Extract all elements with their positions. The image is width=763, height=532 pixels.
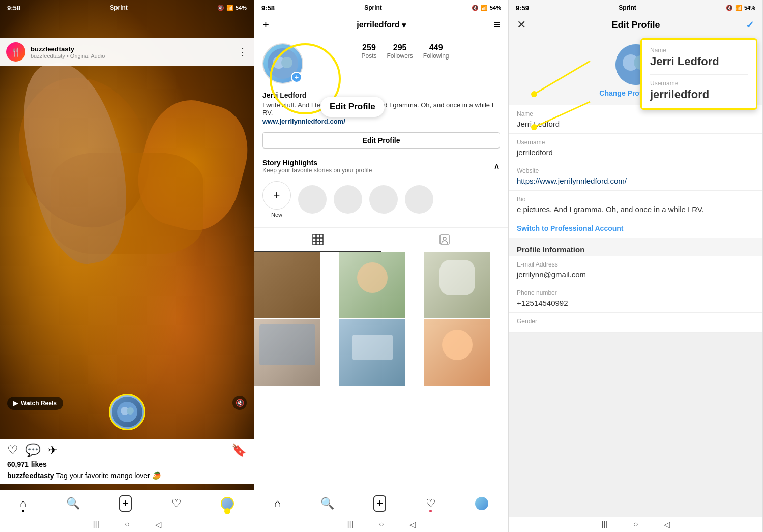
mute-icon-p3: 🔇 <box>726 5 733 11</box>
nav-search[interactable]: 🔍 <box>66 497 80 510</box>
highlight-circle-1[interactable] <box>298 185 327 214</box>
p2-nav-profile[interactable] <box>475 497 488 510</box>
svg-point-19 <box>443 237 446 240</box>
nav-heart[interactable]: ♡ <box>171 497 182 510</box>
sys-back[interactable]: ||| <box>93 520 99 529</box>
sys-recents[interactable]: ◁ <box>155 520 161 529</box>
phone-value[interactable]: +12514540992 <box>517 299 754 307</box>
highlight-circle-4[interactable] <box>405 185 433 214</box>
bookmark-button[interactable]: 🔖 <box>231 443 247 457</box>
phone-field[interactable]: Phone number +12514540992 <box>509 284 762 313</box>
bio-field[interactable]: Bio e pictures. And I gramma. Oh, and on… <box>509 191 762 219</box>
profile-website[interactable]: www.jerrilynnledford.com/ <box>254 117 508 130</box>
highlight-circle-2[interactable] <box>334 185 362 214</box>
grid-tab-tagged[interactable] <box>382 228 509 252</box>
stat-following[interactable]: 449 Following <box>423 43 449 60</box>
p3-sys-home[interactable]: ○ <box>633 520 638 529</box>
save-check-button[interactable]: ✓ <box>746 19 754 31</box>
stat-followers[interactable]: 295 Followers <box>387 43 413 60</box>
profile-avatar-inner <box>112 397 142 427</box>
sys-home[interactable]: ○ <box>125 520 130 529</box>
p2-sys-back[interactable]: ||| <box>347 520 353 529</box>
posts-label: Posts <box>361 52 376 60</box>
website-value[interactable]: https://www.jerrilynnledford.com/ <box>517 176 754 185</box>
like-button[interactable]: ♡ <box>7 443 18 457</box>
profile-top-bar: + jerriledford ▾ ≡ <box>254 14 508 36</box>
carrier-panel2: Sprint <box>364 4 382 11</box>
time-panel1: 9:58 <box>7 4 20 12</box>
annotation-box: Name Jerri Ledford Username jerriledford <box>640 38 757 110</box>
system-nav-panel2: ||| ○ ◁ <box>254 517 508 532</box>
username-value[interactable]: jerriledford <box>517 148 754 157</box>
edit-profile-annotation-label: Edit Profile <box>320 97 385 117</box>
story-avatar: 🍴 <box>6 42 25 62</box>
p2-nav-search[interactable]: 🔍 <box>320 497 334 510</box>
bio-value[interactable]: e pictures. And I gramma. Oh, and once i… <box>517 205 754 214</box>
gender-field[interactable]: Gender <box>509 313 762 333</box>
status-bar-panel2: 9:58 Sprint 🔇 📶 54% <box>254 0 508 14</box>
email-field[interactable]: E-mail Address jerrilynn@gmail.com <box>509 256 762 284</box>
edit-profile-top-bar: ✕ Edit Profile ✓ <box>509 14 762 36</box>
post-caption: buzzfeedtasty Tag your favorite mango lo… <box>7 471 247 480</box>
nav-profile[interactable] <box>221 497 234 510</box>
close-button[interactable]: ✕ <box>517 18 526 32</box>
add-content-icon[interactable]: + <box>262 18 269 32</box>
status-bar-panel1: 9:58 Sprint 🔇 📶 54% <box>0 0 254 14</box>
edit-profile-title: Edit Profile <box>611 20 660 31</box>
svg-rect-11 <box>320 234 323 238</box>
status-icons-panel3: 🔇 📶 54% <box>726 5 755 11</box>
photo-cell-1[interactable] <box>254 252 320 318</box>
search-icon: 🔍 <box>66 497 80 510</box>
posts-count: 259 <box>361 43 376 52</box>
photo-cell-3[interactable] <box>424 252 490 318</box>
comment-button[interactable]: 💬 <box>25 443 41 457</box>
story-username[interactable]: buzzfeedtasty <box>31 45 232 53</box>
sh-title: Story Highlights <box>262 159 372 167</box>
carrier-panel3: Sprint <box>619 4 636 11</box>
edit-profile-button[interactable]: Edit Profile <box>262 132 500 149</box>
photo-cell-2[interactable] <box>339 252 405 318</box>
website-field[interactable]: Website https://www.jerrilynnledford.com… <box>509 162 762 191</box>
add-highlight-button[interactable]: + <box>262 181 291 210</box>
p2-sys-home[interactable]: ○ <box>379 520 384 529</box>
home-icon: ⌂ <box>20 497 26 510</box>
p2-nav-add[interactable]: + <box>373 495 386 512</box>
watch-reels-button[interactable]: ▶ Watch Reels <box>7 397 63 410</box>
nav-add[interactable]: + <box>119 495 132 512</box>
highlight-circle-3[interactable] <box>369 185 398 214</box>
share-button[interactable]: ✈ <box>48 443 58 457</box>
wifi-icon: 📶 <box>226 5 233 11</box>
username-field[interactable]: Username jerriledford <box>509 134 762 162</box>
email-value[interactable]: jerrilynn@gmail.com <box>517 270 754 279</box>
switch-professional-button[interactable]: Switch to Professional Account <box>509 219 762 238</box>
photo-cell-4[interactable] <box>254 319 320 386</box>
sh-subtitle: Keep your favorite stories on your profi… <box>262 167 372 174</box>
sh-collapse-icon[interactable]: ∧ <box>493 161 500 172</box>
nav-home[interactable]: ⌂ <box>20 497 26 510</box>
name-value[interactable]: Jerri Ledford <box>517 120 754 128</box>
story-highlights-section: Story Highlights Keep your favorite stor… <box>254 155 508 227</box>
ann-name-value: Jerri Ledford <box>650 55 748 68</box>
p3-sys-recents[interactable]: ◁ <box>664 520 670 529</box>
svg-rect-17 <box>320 242 323 245</box>
photo-cell-5[interactable] <box>339 319 405 386</box>
p2-nav-heart[interactable]: ♡ <box>426 497 436 510</box>
p3-sys-back[interactable]: ||| <box>601 520 607 529</box>
menu-icon[interactable]: ≡ <box>493 18 500 32</box>
grid-tab-photos[interactable] <box>254 228 382 252</box>
p2-nav-home[interactable]: ⌂ <box>274 497 281 510</box>
battery-panel2: 54% <box>490 5 501 11</box>
stat-posts[interactable]: 259 Posts <box>361 43 376 60</box>
following-label: Following <box>423 52 449 60</box>
profile-username-header[interactable]: jerriledford ▾ <box>357 20 405 30</box>
reels-icon: ▶ <box>13 400 18 407</box>
username-dropdown-icon[interactable]: ▾ <box>402 20 406 30</box>
new-highlight-label: New <box>271 212 282 218</box>
photo-cell-6[interactable] <box>424 319 490 386</box>
username-text: jerriledford <box>357 20 399 29</box>
profile-overlay-circle[interactable] <box>109 394 145 430</box>
mute-button[interactable]: 🔇 <box>232 396 247 410</box>
story-more-button[interactable]: ⋮ <box>238 46 248 58</box>
caption-username[interactable]: buzzfeedtasty <box>7 471 54 480</box>
p2-sys-recents[interactable]: ◁ <box>409 520 416 529</box>
